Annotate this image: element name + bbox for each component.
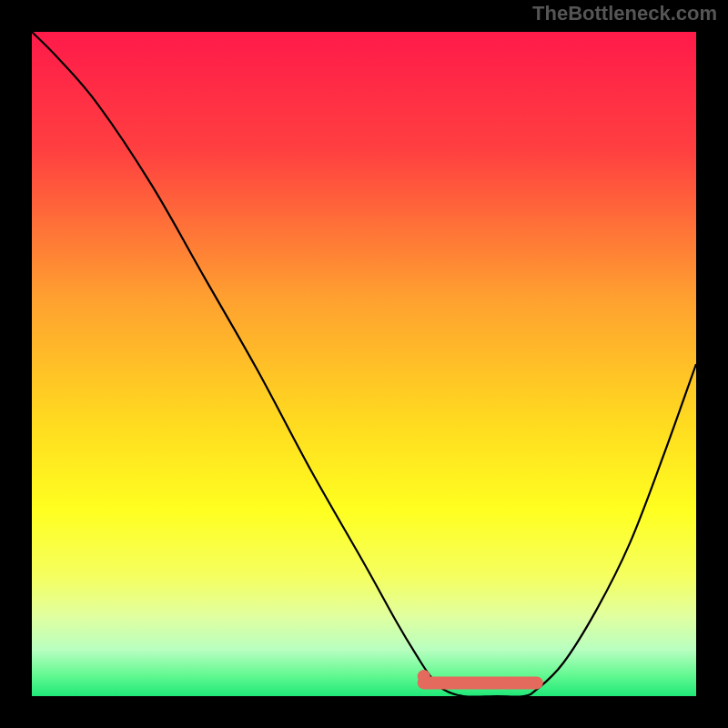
optimal-point-marker — [418, 670, 430, 682]
chart-plot-area — [32, 32, 696, 696]
bottleneck-curve — [32, 32, 696, 696]
watermark-text: TheBottleneck.com — [532, 2, 717, 25]
chart-curve-layer — [32, 32, 696, 696]
